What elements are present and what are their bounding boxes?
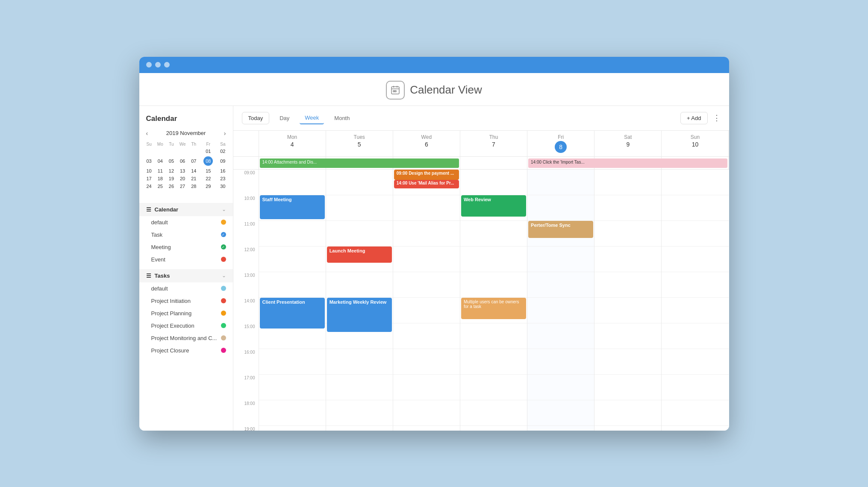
view-week-button[interactable]: Week	[300, 112, 324, 124]
mini-calendar: ‹ 2019 November › SuMoTuWeThFrSa 0102030…	[139, 129, 233, 199]
prev-month-button[interactable]: ‹	[144, 129, 151, 138]
svg-rect-5	[395, 91, 396, 92]
mini-cal-day-header: Su	[144, 141, 155, 147]
event-launch-meeting[interactable]: Launch Meeting	[327, 246, 392, 263]
today-button[interactable]: Today	[242, 112, 270, 124]
day-num-sun: 10	[692, 141, 699, 148]
mini-cal-day[interactable]: 28	[188, 182, 199, 190]
mini-cal-day[interactable]: 04	[155, 155, 166, 167]
hour-cell-sat-14	[594, 298, 661, 323]
mini-cal-day[interactable]: 14	[188, 167, 199, 175]
mini-cal-day[interactable]: 03	[144, 155, 155, 167]
sidebar-calendar-item[interactable]: Meeting ✓	[139, 241, 233, 253]
mini-cal-day[interactable]: 21	[188, 175, 199, 182]
mini-cal-day[interactable]	[166, 190, 177, 193]
hour-cell-mon-11	[259, 221, 326, 246]
mini-cal-day[interactable]: 30	[217, 182, 228, 190]
sidebar-task-item[interactable]: Project Closure	[139, 344, 233, 357]
mini-cal-day[interactable]: 12	[166, 167, 177, 175]
mini-cal-day[interactable]: 23	[217, 175, 228, 182]
sidebar-task-item[interactable]: Project Monitoring and C...	[139, 332, 233, 344]
hour-cell-wed-17	[393, 375, 460, 400]
add-button[interactable]: + Add	[680, 112, 708, 124]
event-multiple-users[interactable]: Multiple users can be owners for a task	[461, 298, 526, 319]
day-header-thu: Thu 7	[460, 131, 527, 156]
event-web-review[interactable]: Web Review	[461, 195, 526, 217]
sidebar-calendar-item[interactable]: Task ✓	[139, 229, 233, 241]
view-month-button[interactable]: Month	[329, 112, 355, 124]
maximize-dot[interactable]	[164, 62, 170, 67]
mini-cal-day[interactable]	[155, 190, 166, 193]
calendar-section-header[interactable]: ☰ Calendar ⌄	[139, 203, 233, 216]
sidebar-task-item[interactable]: default	[139, 282, 233, 295]
mini-cal-day[interactable]: 20	[177, 175, 188, 182]
allday-event-attachments[interactable]: 14:00 Attachments and Dis...	[260, 158, 459, 168]
mini-cal-day[interactable]: 07	[188, 155, 199, 167]
time-label-1400: 14:00	[233, 298, 259, 323]
mini-cal-day[interactable]: 10	[144, 167, 155, 175]
event-mail-alias[interactable]: 14:00 Use 'Mail Alias for Pr...	[394, 180, 459, 188]
mini-cal-day-header: Mo	[155, 141, 166, 147]
mini-cal-day[interactable]	[166, 147, 177, 155]
more-options-button[interactable]: ⋮	[713, 113, 721, 123]
mini-cal-day[interactable]	[177, 190, 188, 193]
mini-cal-day[interactable]: 06	[177, 155, 188, 167]
mini-cal-day[interactable]: 25	[155, 182, 166, 190]
mini-cal-day[interactable]: 16	[217, 167, 228, 175]
view-day-button[interactable]: Day	[274, 112, 294, 124]
hour-cell-thu-19	[460, 426, 527, 431]
mini-cal-day[interactable]: 26	[166, 182, 177, 190]
allday-event-import[interactable]: 14:00 Click the 'Import Tas...	[528, 158, 727, 168]
hour-cell-wed-10	[393, 195, 460, 221]
mini-cal-day[interactable]	[217, 190, 228, 193]
mini-cal-day[interactable]	[199, 190, 217, 193]
hour-cell-sun-15	[662, 323, 729, 349]
mini-cal-day[interactable]: 29	[199, 182, 217, 190]
next-month-button[interactable]: ›	[221, 129, 229, 138]
mini-cal-day[interactable]	[188, 147, 199, 155]
sidebar-task-item[interactable]: Project Initiation	[139, 295, 233, 307]
mini-cal-day[interactable]: 08	[199, 155, 217, 167]
mini-cal-day-header: Tu	[166, 141, 177, 147]
mini-cal-day[interactable]: 11	[155, 167, 166, 175]
mini-cal-day[interactable]: 22	[199, 175, 217, 182]
mini-cal-day[interactable]: 24	[144, 182, 155, 190]
mini-cal-day[interactable]: 01	[199, 147, 217, 155]
mini-cal-day[interactable]	[144, 190, 155, 193]
mini-cal-day[interactable]	[144, 147, 155, 155]
hour-cell-sat-16	[594, 349, 661, 375]
sidebar-calendar-item[interactable]: default	[139, 216, 233, 229]
mini-cal-day[interactable]: 05	[166, 155, 177, 167]
time-label-1000: 10:00	[233, 195, 259, 221]
sidebar-task-item[interactable]: Project Planning	[139, 307, 233, 320]
mini-cal-day[interactable]: 09	[217, 155, 228, 167]
mini-cal-day[interactable]: 02	[217, 147, 228, 155]
mini-cal-week-row: 03040506070809	[144, 155, 229, 167]
mini-cal-day[interactable]: 18	[155, 175, 166, 182]
mini-cal-day[interactable]	[177, 147, 188, 155]
sidebar-item-label: Event	[151, 256, 165, 263]
event-staff-meeting[interactable]: Staff Meeting	[260, 195, 325, 219]
mini-cal-day[interactable]: 19	[166, 175, 177, 182]
minimize-dot[interactable]	[155, 62, 161, 67]
mini-cal-day[interactable]: 27	[177, 182, 188, 190]
time-label-1600: 16:00	[233, 349, 259, 375]
mini-cal-day[interactable]: 15	[199, 167, 217, 175]
day-num-wed: 6	[425, 141, 428, 148]
calendar-main: Today Day Week Month + Add ⋮ Mon 4	[233, 106, 729, 431]
mini-cal-day[interactable]	[188, 190, 199, 193]
close-dot[interactable]	[146, 62, 152, 67]
event-marketing-review[interactable]: Marketing Weekly Review	[327, 298, 392, 332]
hour-cell-wed-12	[393, 246, 460, 272]
event-design-payment[interactable]: 09:00 Design the payment ...	[394, 170, 459, 180]
mini-cal-day[interactable]: 13	[177, 167, 188, 175]
event-perter-tome-sync[interactable]: Perter/Tome Sync	[528, 221, 593, 238]
sidebar-calendar-item[interactable]: Event	[139, 253, 233, 266]
sidebar-task-item[interactable]: Project Execution	[139, 320, 233, 332]
hour-cell-tue-18	[326, 400, 393, 426]
mini-cal-day[interactable]	[155, 147, 166, 155]
tasks-section-header[interactable]: ☰ Tasks ⌄	[139, 269, 233, 282]
sidebar-tasks-section: ☰ Tasks ⌄ default Project Initiation Pro…	[139, 269, 233, 357]
mini-cal-day[interactable]: 17	[144, 175, 155, 182]
event-client-presentation[interactable]: Client Presentation	[260, 298, 325, 329]
